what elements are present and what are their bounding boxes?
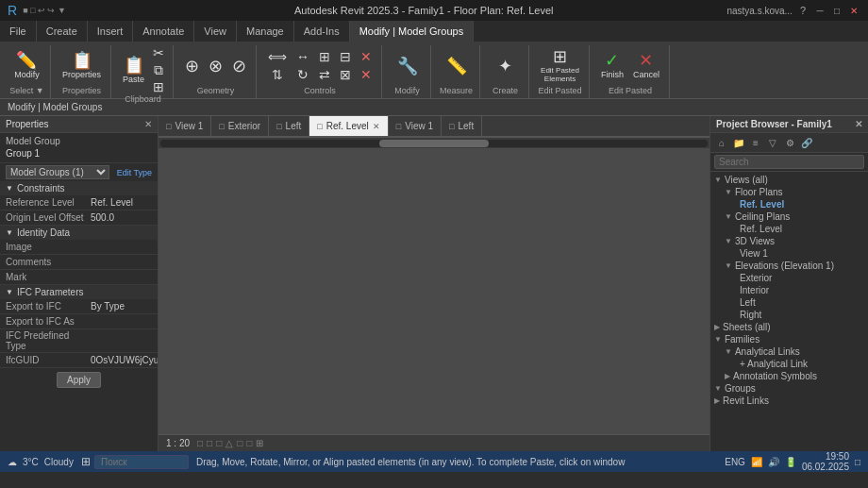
pb-label-interior: Interior [740,285,769,295]
pb-item-ceiling-ref-level[interactable]: Ref. Level [710,223,868,235]
view-ctrl-4[interactable]: △ [225,438,233,448]
pb-btn-filter[interactable]: ▽ [765,135,780,150]
model-groups-select[interactable]: Model Groups (1) [6,165,109,179]
pb-close-icon[interactable]: ✕ [855,119,862,129]
pb-item-interior[interactable]: Interior [710,284,868,296]
view-ctrl-1[interactable]: □ [197,438,203,448]
ifc-parameters-section[interactable]: ▼ IFC Parameters [0,285,158,299]
properties-close-icon[interactable]: ✕ [144,119,152,129]
close-tab-ref-level[interactable]: ✕ [373,122,380,131]
minimize-button[interactable]: ─ [813,4,826,17]
identity-data-section[interactable]: ▼ Identity Data [0,226,158,240]
search-taskbar[interactable] [94,455,189,469]
pb-item-floor-plans[interactable]: ▼ Floor Plans [710,186,868,198]
modify-btn[interactable]: 🔧 [393,56,422,76]
view-tab-view1-2[interactable]: □ View 1 [389,116,442,136]
tab-manage[interactable]: Manage [237,21,294,42]
pb-item-elevations[interactable]: ▼ Elevations (Elevation 1) [710,260,868,272]
scale-button[interactable]: ⊠ [336,66,355,83]
geometry-btn2[interactable]: ⊗ [205,56,226,76]
close-button[interactable]: ✕ [847,4,860,17]
view-ctrl-5[interactable]: □ [237,438,242,448]
pb-item-analytical-link[interactable]: + Analytical Link [710,358,868,370]
edit-pasted-elements-button[interactable]: ⊞ Edit PastedElements [537,46,583,85]
pb-arrow-revit-links: ▶ [714,396,720,405]
pb-item-exterior[interactable]: Exterior [710,272,868,284]
group-clipboard: 📋 Paste ✂ ⧉ ⊞ Clipboard [113,45,174,98]
pb-item-views-all[interactable]: ▼ Views (all) [710,174,868,186]
group-properties-label: Properties [62,86,101,96]
pb-item-ceiling-plans[interactable]: ▼ Ceiling Plans [710,210,868,223]
pb-search-input[interactable] [714,155,864,169]
array-button[interactable]: ⊟ [336,48,355,65]
pb-item-left-elev[interactable]: Left [710,296,868,309]
pb-item-analytical-links[interactable]: ▼ Analytical Links [710,345,868,358]
measure-btn[interactable]: 📏 [442,56,471,76]
tab-modify-model-groups[interactable]: Modify | Model Groups [350,21,474,42]
edit-type-button[interactable]: Edit Type [117,168,152,177]
pb-item-right[interactable]: Right [710,309,868,321]
copy2-button[interactable]: ⊞ [150,79,167,94]
notification-icon[interactable]: □ [855,457,860,467]
constraints-section[interactable]: ▼ Constraints [0,181,158,195]
apply-button[interactable]: Apply [57,372,101,388]
pb-item-ref-level[interactable]: Ref. Level [710,198,868,210]
offset-button[interactable]: ⊞ [315,48,334,65]
finish-button[interactable]: ✓ Finish [597,50,627,81]
view-tab-left2[interactable]: □ Left [442,116,482,136]
rotate-button[interactable]: ↻ [292,66,313,83]
h-scroll-thumb[interactable] [379,140,489,147]
tab-addins[interactable]: Add-Ins [294,21,350,42]
mirror-h-button[interactable]: ⇄ [315,66,334,83]
view-tab-exterior[interactable]: □ Exterior [211,116,269,136]
horizontal-scrollbar[interactable] [159,137,709,148]
properties-button[interactable]: 📋 Properties [58,50,105,81]
paste-button[interactable]: 📋 Paste [119,55,148,86]
pb-btn-props[interactable]: ≡ [748,135,763,150]
copy-button[interactable]: ⧉ [150,62,167,77]
view-ctrl-2[interactable]: □ [207,438,212,448]
create-btn[interactable]: ✦ [494,56,516,76]
pb-item-3d-views[interactable]: ▼ 3D Views [710,235,868,247]
cut-button[interactable]: ✂ [150,45,167,60]
view-ctrl-3[interactable]: □ [216,438,222,448]
view-tab-view1-1[interactable]: □ View 1 [159,116,211,136]
tab-insert[interactable]: Insert [88,21,134,42]
tab-create[interactable]: Create [37,21,88,42]
pb-tree: ▼ Views (all) ▼ Floor Plans Ref. Level ▼… [710,172,868,451]
pb-btn-settings[interactable]: ⚙ [782,135,797,150]
tab-view[interactable]: View [194,21,237,42]
mirror-v-button[interactable]: ⇅ [264,66,291,83]
view-tab-ref-level[interactable]: □ Ref. Level ✕ [309,116,388,136]
view-ctrl-7[interactable]: ⊞ [256,438,263,448]
geometry-btn3[interactable]: ⊘ [228,56,250,76]
pb-btn-home[interactable]: ⌂ [714,135,729,150]
unpin-button[interactable]: ✕ [357,66,376,83]
origin-level-offset-name: Origin Level Offset [6,212,91,223]
pb-item-families[interactable]: ▼ Families [710,333,868,345]
modify-button[interactable]: ✏️ Modify [10,50,43,81]
geometry-btn1[interactable]: ⊕ [181,56,203,76]
cancel-button[interactable]: ✕ Cancel [629,50,663,81]
pb-item-revit-links[interactable]: ▶ Revit Links [710,395,868,407]
pb-item-groups[interactable]: ▼ Groups [710,382,868,395]
pb-item-annotation-symbols[interactable]: ▶ Annotation Symbols [710,370,868,382]
align-button[interactable]: ⟺ [264,48,291,65]
help-icon[interactable]: ? [800,5,806,16]
pb-item-sheets[interactable]: ▶ Sheets (all) [710,321,868,333]
canvas-wrapper[interactable]: Exterior EQ [159,137,709,434]
view-tab-left1[interactable]: □ Left [269,116,309,136]
image-row: Image [0,240,158,255]
pin-button[interactable]: ✕ [357,48,376,65]
pb-btn-folder[interactable]: 📁 [731,135,746,150]
pb-label-right: Right [740,310,761,320]
pb-item-view1-3d[interactable]: View 1 [710,247,868,260]
view-ctrl-6[interactable]: □ [246,438,252,448]
move-button[interactable]: ↔ [292,48,313,65]
tab-annotate[interactable]: Annotate [133,21,194,42]
maximize-button[interactable]: □ [830,4,843,17]
pb-btn-link[interactable]: 🔗 [799,135,814,150]
group-clipboard-label: Clipboard [125,94,161,105]
group-controls-label: Controls [304,86,336,96]
tab-file[interactable]: File [0,21,37,42]
